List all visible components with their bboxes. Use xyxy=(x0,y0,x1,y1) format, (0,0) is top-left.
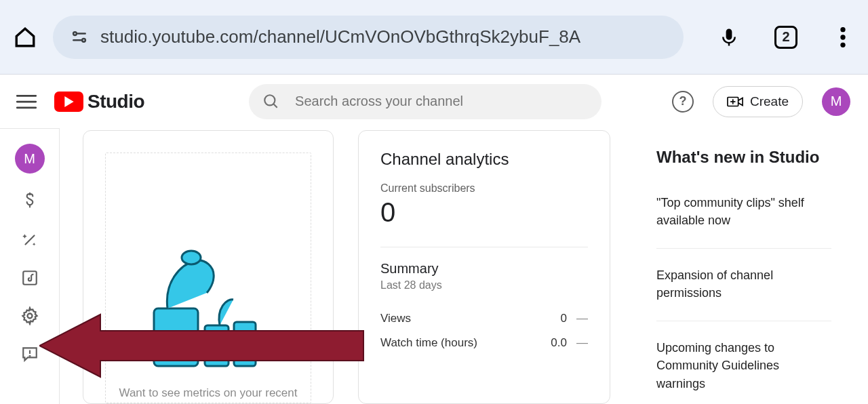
svg-point-20 xyxy=(27,314,32,319)
analytics-title: Channel analytics xyxy=(380,150,588,169)
youtube-play-icon xyxy=(54,92,83,112)
rail-avatar[interactable]: M xyxy=(15,144,45,174)
monetization-icon[interactable] xyxy=(20,193,39,211)
browser-chrome: studio.youtube.com/channel/UCmVOnOVbGthr… xyxy=(0,0,868,75)
feedback-icon[interactable] xyxy=(20,344,39,363)
news-item[interactable]: Upcoming changes to Community Guidelines… xyxy=(656,339,831,404)
svg-rect-24 xyxy=(205,325,229,366)
svg-point-26 xyxy=(182,251,201,264)
stat-label: Watch time (hours) xyxy=(380,336,477,350)
svg-point-4 xyxy=(840,26,845,31)
help-button[interactable]: ? xyxy=(672,91,694,113)
tab-count[interactable]: 2 xyxy=(774,26,797,49)
stat-row-watchtime[interactable]: Watch time (hours) 0.0 — xyxy=(380,331,588,355)
svg-rect-25 xyxy=(234,322,256,366)
news-title: What's new in Studio xyxy=(656,148,831,167)
stat-value: 0.0 xyxy=(551,336,567,350)
whats-new-card: What's new in Studio "Top community clip… xyxy=(635,130,853,404)
subs-value: 0 xyxy=(380,197,588,228)
divider xyxy=(380,247,588,247)
stat-delta: — xyxy=(576,312,588,325)
settings-icon[interactable] xyxy=(20,306,39,325)
youtube-studio-logo[interactable]: Studio xyxy=(54,91,144,113)
news-item[interactable]: "Top community clips" shelf available no… xyxy=(656,194,831,249)
svg-marker-10 xyxy=(64,96,73,107)
svg-line-18 xyxy=(25,236,34,245)
svg-line-12 xyxy=(273,104,277,107)
upload-card: Want to see metrics on your recent xyxy=(83,130,334,404)
svg-point-0 xyxy=(73,32,77,35)
upload-placeholder[interactable]: Want to see metrics on your recent xyxy=(105,153,311,403)
svg-point-5 xyxy=(840,35,845,39)
omnibox[interactable]: studio.youtube.com/channel/UCmVOnOVbGthr… xyxy=(53,16,684,59)
app-body: M xyxy=(0,129,868,404)
svg-point-11 xyxy=(264,95,275,105)
omnibox-url: studio.youtube.com/channel/UCmVOnOVbGthr… xyxy=(100,26,580,47)
left-rail: M xyxy=(0,129,60,404)
audio-library-icon[interactable] xyxy=(20,268,39,287)
studio-header: Studio Search across your channel ? Crea… xyxy=(0,75,868,129)
search-input[interactable]: Search across your channel xyxy=(249,84,601,119)
stat-value: 0 xyxy=(561,312,567,325)
summary-title: Summary xyxy=(380,261,588,277)
channel-analytics-card: Channel analytics Current subscribers 0 … xyxy=(358,130,610,404)
create-button[interactable]: Create xyxy=(713,86,803,117)
logo-text: Studio xyxy=(87,91,144,113)
svg-point-22 xyxy=(29,356,30,357)
search-icon xyxy=(262,93,280,110)
home-icon[interactable] xyxy=(14,26,37,49)
site-settings-icon[interactable] xyxy=(71,28,88,46)
create-label: Create xyxy=(750,94,789,109)
mic-icon[interactable] xyxy=(717,26,741,49)
news-item[interactable]: Expansion of channel permissions xyxy=(656,266,831,321)
stat-row-views[interactable]: Views 0 — xyxy=(380,306,588,331)
stat-label: Views xyxy=(380,312,411,325)
create-icon xyxy=(727,95,743,108)
summary-sub: Last 28 days xyxy=(380,279,588,291)
svg-point-6 xyxy=(840,42,845,47)
upload-prompt-text: Want to see metrics on your recent xyxy=(119,386,298,400)
svg-point-3 xyxy=(82,38,85,41)
content-area: Want to see metrics on your recent Chann… xyxy=(60,123,868,404)
svg-rect-23 xyxy=(154,308,198,366)
search-placeholder: Search across your channel xyxy=(295,94,463,109)
magic-wand-icon[interactable] xyxy=(20,230,39,249)
hamburger-icon[interactable] xyxy=(16,94,37,110)
subs-label: Current subscribers xyxy=(380,182,588,195)
kebab-menu-icon[interactable] xyxy=(831,26,854,49)
upload-illustration xyxy=(137,227,279,373)
stat-delta: — xyxy=(576,336,588,350)
avatar[interactable]: M xyxy=(822,87,850,116)
